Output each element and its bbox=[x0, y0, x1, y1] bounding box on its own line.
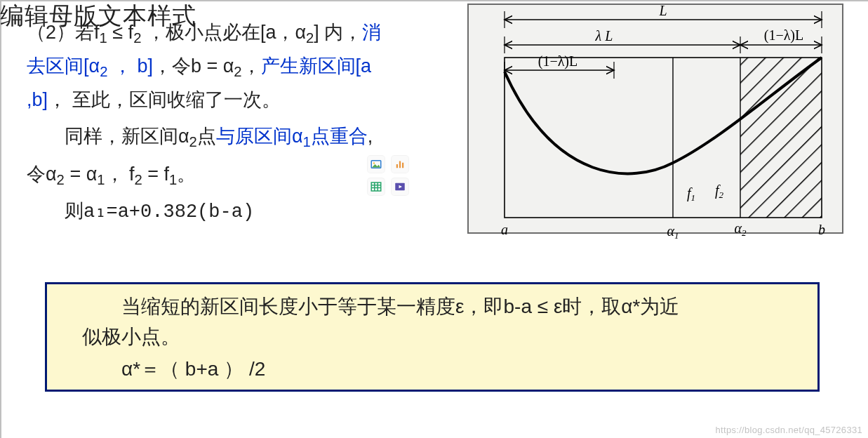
label-b: b bbox=[818, 222, 825, 237]
slide-page: 编辑母版文本样式 （2）若f1 ≤ f2 ，极小点必在[a，α2] 内，消去区间… bbox=[0, 0, 868, 438]
chart-icon[interactable] bbox=[392, 156, 408, 173]
sub: 1 bbox=[302, 135, 310, 150]
t: 同样，新区间α bbox=[65, 126, 189, 147]
note-line2: α*＝（ b+a ） /2 bbox=[82, 354, 789, 384]
t: ，令b = α bbox=[153, 55, 234, 77]
t: ，极小点必在[a，α bbox=[141, 22, 306, 43]
svg-rect-5 bbox=[371, 182, 381, 191]
blue: ， b] bbox=[107, 55, 153, 77]
t: = α bbox=[65, 164, 97, 185]
label-1mlL-inner: (1−λ)L bbox=[538, 53, 578, 69]
t: ， f bbox=[105, 164, 135, 185]
t: 点 bbox=[197, 126, 216, 147]
t: ， 至此，区间收缩了一次。 bbox=[48, 89, 281, 110]
interval-diagram: L λ L (1−λ)L (1−λ)L bbox=[464, 1, 847, 254]
blue: [α bbox=[84, 55, 100, 77]
table-icon[interactable] bbox=[368, 178, 385, 195]
svg-rect-3 bbox=[399, 161, 401, 168]
para4: 则a₁=a+0.382(b-a) bbox=[27, 197, 399, 228]
svg-point-1 bbox=[373, 162, 375, 164]
sub: 1 bbox=[169, 172, 177, 187]
t: 当缩短的新区间长度小于等于某一精度ε，即b-a ≤ ε时，取α*为近 bbox=[121, 296, 679, 317]
conclusion-box: 当缩短的新区间长度小于等于某一精度ε，即b-a ≤ ε时，取α*为近 似极小点。… bbox=[45, 282, 820, 392]
body-text: （2）若f1 ≤ f2 ，极小点必在[a，α2] 内，消去区间[α2 ， b]，… bbox=[27, 17, 399, 227]
sub: 2 bbox=[100, 64, 107, 79]
picture-icon[interactable] bbox=[368, 156, 385, 173]
label-1mlL-top: (1−λ)L bbox=[764, 27, 804, 44]
insert-icon-cluster bbox=[368, 156, 417, 201]
sub: 2 bbox=[133, 30, 141, 46]
eliminated-region bbox=[740, 58, 822, 218]
sub: 2 bbox=[135, 172, 142, 187]
sub: 2 bbox=[306, 30, 314, 46]
svg-rect-2 bbox=[396, 164, 398, 168]
blue: 点重合 bbox=[311, 126, 368, 147]
t: ， bbox=[242, 55, 261, 77]
t: （2）若f bbox=[27, 22, 100, 43]
sub: 1 bbox=[100, 30, 107, 46]
note-line1: 当缩短的新区间长度小于等于某一精度ε，即b-a ≤ ε时，取α*为近 bbox=[82, 291, 789, 321]
label-a: a bbox=[501, 222, 508, 237]
t: 。 bbox=[177, 164, 196, 185]
t: 令α bbox=[27, 164, 57, 185]
note-line1b: 似极小点。 bbox=[82, 321, 789, 352]
sub: 1 bbox=[97, 172, 105, 187]
video-icon[interactable] bbox=[392, 178, 408, 195]
label-L: L bbox=[658, 3, 667, 18]
label-lambdaL: λ L bbox=[595, 28, 613, 44]
t: = f bbox=[142, 164, 169, 185]
svg-rect-4 bbox=[402, 163, 403, 168]
para3: 令α2 = α1， f2 = f1。 bbox=[27, 159, 399, 192]
blue: 与原区间α bbox=[216, 126, 303, 147]
sub: 2 bbox=[189, 135, 197, 150]
t: ≤ f bbox=[107, 22, 133, 43]
sub: 2 bbox=[234, 64, 241, 79]
t: ] 内， bbox=[314, 22, 362, 43]
para2: 同样，新区间α2点与原区间α1点重合, bbox=[27, 121, 399, 154]
watermark: https://blog.csdn.net/qq_45726331 bbox=[716, 425, 862, 435]
sub: 2 bbox=[57, 172, 65, 187]
